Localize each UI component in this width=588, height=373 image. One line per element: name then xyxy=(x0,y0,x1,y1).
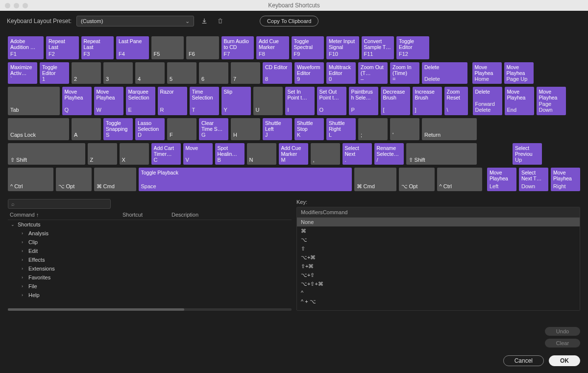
key--[interactable]: Zoom Out (T…– xyxy=(358,62,388,84)
key--[interactable]: Maximize Activ…` xyxy=(8,62,37,84)
key--shift[interactable]: ⇧ Shift xyxy=(406,143,477,165)
key--shift[interactable]: ⇧ Shift xyxy=(8,143,85,165)
key-f1[interactable]: Adobe Audition …F1 xyxy=(8,36,44,59)
key-f4[interactable]: Last PaneF4 xyxy=(116,36,149,59)
command-tree[interactable]: ⌄Shortcuts›Analysis›Clip›Edit›Effects›Ex… xyxy=(8,220,292,307)
key-p[interactable]: Paintbrush Sele…P xyxy=(349,87,378,115)
key-t[interactable]: Time SelectionT xyxy=(190,87,219,115)
key--[interactable]: Decrease Brush[ xyxy=(381,87,410,115)
key-x[interactable]: X xyxy=(120,143,149,165)
caret-right-icon[interactable]: › xyxy=(22,249,28,253)
key-y[interactable]: SlipY xyxy=(221,87,251,115)
modifier-row[interactable]: ⌘ xyxy=(297,226,580,235)
key-delete[interactable]: DeleteDelete xyxy=(422,62,467,84)
tree-item[interactable]: ›Extensions xyxy=(8,264,292,273)
key-0[interactable]: Multitrack Editor0 xyxy=(326,62,356,84)
key-c[interactable]: Add Cart Timer…C xyxy=(151,143,181,165)
key-q[interactable]: Move PlayheaQ xyxy=(62,87,92,115)
key-k[interactable]: Shuttle StopK xyxy=(294,118,324,140)
key-2[interactable]: 2 xyxy=(72,62,101,84)
tree-item[interactable]: ›Edit xyxy=(8,247,292,255)
key-v[interactable]: MoveV xyxy=(183,143,213,165)
tree-item[interactable]: ›Favorites xyxy=(8,273,292,282)
col-shortcut[interactable]: Shortcut xyxy=(122,212,172,218)
key-end[interactable]: Move PlayheaEnd xyxy=(505,87,534,115)
caret-right-icon[interactable]: › xyxy=(22,231,28,236)
key-s[interactable]: Toggle SnappingS xyxy=(103,118,133,140)
caret-right-icon[interactable]: › xyxy=(22,240,28,245)
caret-right-icon[interactable]: › xyxy=(22,284,28,289)
tree-item[interactable]: ›Effects xyxy=(8,255,292,264)
key--[interactable]: Rename Selecte…/ xyxy=(374,143,404,165)
modifier-row[interactable]: ⌥+⌘ xyxy=(297,253,580,262)
key-tab[interactable]: Tab xyxy=(8,87,60,115)
key-7[interactable]: 7 xyxy=(231,62,260,84)
copy-to-clipboard-button[interactable]: Copy To Clipboard xyxy=(260,16,318,26)
key-f7[interactable]: Burn Audio to CDF7 xyxy=(221,36,254,59)
modifier-row[interactable]: ⌥ xyxy=(297,235,580,244)
modifier-row[interactable]: ⌥+⇧+⌘ xyxy=(297,279,580,288)
col-mod-command[interactable]: Command xyxy=(323,209,348,215)
modifier-row[interactable]: None xyxy=(297,218,580,226)
col-command[interactable]: Command ↑ xyxy=(10,212,122,218)
modifier-row[interactable]: ⇧+⌘ xyxy=(297,262,580,271)
key-d[interactable]: Lasso SelectionD xyxy=(135,118,165,140)
key-forward-delete[interactable]: DeleteForward Delete xyxy=(473,87,502,115)
key--opt[interactable]: ⌥ Opt xyxy=(56,168,92,191)
tree-item[interactable]: ›File xyxy=(8,282,292,291)
key--[interactable]: Select Next. xyxy=(343,143,372,165)
key-a[interactable]: A xyxy=(72,118,101,140)
key-5[interactable]: 5 xyxy=(167,62,196,84)
key-r[interactable]: RazorR xyxy=(158,87,187,115)
key-3[interactable]: 3 xyxy=(103,62,133,84)
key--opt[interactable]: ⌥ Opt xyxy=(399,168,435,191)
cancel-button[interactable]: Cancel xyxy=(503,355,544,366)
modifier-row[interactable]: ^ xyxy=(297,288,580,297)
key-f12[interactable]: Toggle EditorF12 xyxy=(396,36,429,59)
key-f5[interactable]: F5 xyxy=(151,36,184,59)
key-down[interactable]: Select Next T…Down xyxy=(519,168,548,191)
delete-preset-icon[interactable] xyxy=(215,16,225,26)
key--ctrl[interactable]: ^ Ctrl xyxy=(8,168,53,191)
search-input[interactable]: ⌕ xyxy=(8,199,111,209)
key-return[interactable]: Return xyxy=(422,118,477,140)
key-4[interactable]: 4 xyxy=(135,62,165,84)
key-f[interactable]: F xyxy=(167,118,196,140)
tree-item[interactable]: ›Help xyxy=(8,291,292,299)
caret-down-icon[interactable]: ⌄ xyxy=(11,222,18,227)
key-6[interactable]: 6 xyxy=(199,62,228,84)
key-g[interactable]: Clear Time S…G xyxy=(199,118,228,140)
key--[interactable]: ' xyxy=(390,118,419,140)
key-z[interactable]: Z xyxy=(88,143,117,165)
key-b[interactable]: Spot Healin…B xyxy=(215,143,245,165)
key-f10[interactable]: Meter Input SignalF10 xyxy=(326,36,359,59)
key-home[interactable]: Move PlayheaHome xyxy=(472,62,502,84)
key--cmd[interactable]: ⌘ Cmd xyxy=(94,168,136,191)
caret-right-icon[interactable]: › xyxy=(22,293,28,298)
key-up[interactable]: Select PreviouUp xyxy=(513,143,542,165)
key-page-up[interactable]: Move PlayheaPage Up xyxy=(504,62,534,84)
key-8[interactable]: CD Editor8 xyxy=(263,62,292,84)
key-u[interactable]: U xyxy=(253,87,283,115)
tree-item[interactable]: ›Clip xyxy=(8,238,292,247)
tree-scrollbar[interactable] xyxy=(8,308,292,311)
caret-right-icon[interactable]: › xyxy=(22,275,28,280)
key-o[interactable]: Set Out Point t…O xyxy=(317,87,346,115)
key--[interactable]: Increase Brush] xyxy=(413,87,442,115)
key-e[interactable]: Marquee SelectionE xyxy=(126,87,155,115)
key-f2[interactable]: Repeat Last CommandF2 xyxy=(46,36,79,59)
key--[interactable]: Zoom Reset (…\ xyxy=(444,87,468,115)
ok-button[interactable]: OK xyxy=(549,355,580,366)
key-1[interactable]: Toggle Editor1 xyxy=(40,62,69,84)
key-right[interactable]: Move PlayheaRight xyxy=(551,168,580,191)
key-9[interactable]: Waveform Editor9 xyxy=(294,62,324,84)
key-h[interactable]: H xyxy=(231,118,260,140)
key-f6[interactable]: F6 xyxy=(186,36,219,59)
caret-right-icon[interactable]: › xyxy=(22,257,28,262)
key-f9[interactable]: Toggle Spectral F…F9 xyxy=(292,36,324,59)
key-space[interactable]: Toggle PlaybackSpace xyxy=(139,168,352,191)
caret-right-icon[interactable]: › xyxy=(22,266,28,271)
clear-button[interactable]: Clear xyxy=(545,339,580,348)
key-left[interactable]: Move PlayheaLeft xyxy=(487,168,516,191)
key--[interactable]: , xyxy=(311,143,340,165)
